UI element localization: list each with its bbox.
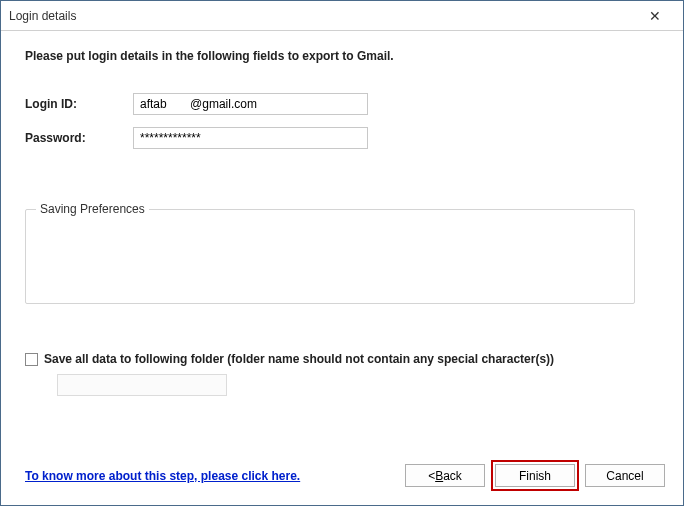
login-row: Login ID: [25,93,659,115]
window-title: Login details [9,9,635,23]
dialog-content: Please put login details in the followin… [1,31,683,452]
password-input[interactable] [133,127,368,149]
finish-highlight: Finish [491,460,579,491]
password-label: Password: [25,131,133,145]
password-row: Password: [25,127,659,149]
save-folder-checkbox[interactable] [25,353,38,366]
login-input[interactable] [133,93,368,115]
back-button[interactable]: < Back [405,464,485,487]
save-folder-row: Save all data to following folder (folde… [25,352,659,366]
dialog-footer: To know more about this step, please cli… [1,452,683,505]
login-label: Login ID: [25,97,133,111]
dialog-window: Login details ✕ Please put login details… [0,0,684,506]
instruction-text: Please put login details in the followin… [25,49,659,63]
help-link[interactable]: To know more about this step, please cli… [25,469,300,483]
titlebar: Login details ✕ [1,1,683,31]
close-button[interactable]: ✕ [635,2,675,30]
saving-preferences-group: Saving Preferences [25,209,635,304]
close-icon: ✕ [649,8,661,24]
saving-preferences-legend: Saving Preferences [36,202,149,216]
folder-path-input[interactable] [57,374,227,396]
finish-button[interactable]: Finish [495,464,575,487]
save-folder-label: Save all data to following folder (folde… [44,352,554,366]
cancel-button[interactable]: Cancel [585,464,665,487]
